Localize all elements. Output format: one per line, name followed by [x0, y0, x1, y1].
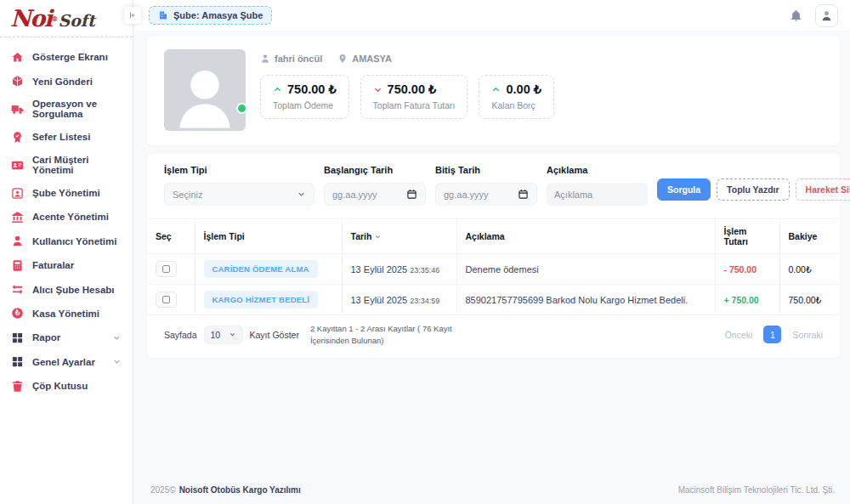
sidebar-item-yeni-gonderi[interactable]: Yeni Gönderi: [0, 69, 133, 93]
aciklama-input[interactable]: [554, 190, 640, 200]
sidebar-item-kasa-yonetimi[interactable]: ₺ Kasa Yönetimi: [0, 302, 133, 326]
user-square-icon: [11, 187, 24, 200]
transaction-balance: 0.00₺: [789, 264, 812, 275]
brand-logo[interactable]: Noi®Soft: [10, 5, 95, 31]
pagination-bar: Sayfada 10 Kayıt Göster 2 Kayıttan 1 - 2…: [147, 315, 840, 358]
transaction-type-badge[interactable]: KARGO HİZMET BEDELİ: [204, 291, 319, 309]
baslangic-tarih-input[interactable]: [332, 190, 401, 200]
sidebar-item-cop-kutusu[interactable]: Çöp Kutusu: [0, 374, 133, 398]
calendar-icon[interactable]: [406, 189, 417, 200]
sidebar-item-gosterge-ekrani[interactable]: Gösterge Ekranı: [0, 45, 133, 69]
stat-kalan-borc: 0.00 ₺ Kalan Borç: [479, 75, 553, 119]
calendar-icon[interactable]: [518, 189, 529, 200]
transfer-icon: [11, 283, 24, 296]
hareket-sil-button[interactable]: Hareket Sil: [796, 178, 850, 201]
row-checkbox[interactable]: [156, 261, 177, 277]
islem-tipi-select[interactable]: Seçiniz: [164, 183, 314, 206]
stat-value: 750.00 ₺: [388, 82, 437, 96]
trash-icon: [11, 380, 24, 393]
sidebar-item-cari-musteri-yonetimi[interactable]: Cari Müşteri Yönetimi: [0, 150, 133, 181]
sidebar-item-label: Kasa Yönetimi: [32, 309, 99, 319]
sidebar-item-faturalar[interactable]: Faturalar: [0, 253, 133, 277]
map-pin-icon: [337, 54, 348, 64]
filters-row: İşlem Tipi Seçiniz Başlangıç Tarih: [147, 154, 840, 218]
brand-logo-primary: Noi: [10, 5, 51, 31]
transaction-balance: 750.00₺: [789, 295, 822, 305]
footer-app-name[interactable]: Noisoft Otobüs Kargo Yazılımı: [179, 485, 301, 495]
footer-company: Macinsoft Bilişim Teknolojileri Tic. Ltd…: [678, 485, 835, 495]
sidebar-item-label: Kullanıcı Yönetimi: [32, 236, 116, 246]
sorgula-button[interactable]: Sorgula: [657, 178, 711, 201]
filter-label: Açıklama: [547, 165, 648, 175]
brand-logo-secondary: Soft: [58, 11, 94, 30]
table-row: KARGO HİZMET BEDELİ 13 Eylül 202523:34:5…: [147, 285, 840, 315]
home-icon: [11, 51, 24, 64]
trend-up-icon: [273, 85, 282, 94]
header-aciklama: Açıklama: [456, 219, 715, 254]
transaction-time: 23:35:46: [410, 266, 439, 275]
truck-icon: [11, 103, 24, 116]
customer-profile-card: fahri öncül AMASYA 750.00 ₺: [147, 37, 840, 145]
branch-chip[interactable]: Şube: Amasya Şube: [149, 6, 272, 25]
previous-page-button[interactable]: Önceki: [725, 330, 753, 340]
stat-label: Toplam Fatura Tutarı: [373, 100, 456, 110]
sidebar-collapse-button[interactable]: [124, 7, 141, 24]
sidebar-item-operasyon-ve-sorgulama[interactable]: Operasyon ve Sorgulama: [0, 93, 133, 125]
next-page-button[interactable]: Sonraki: [792, 330, 823, 340]
transaction-description: Deneme ödemesi: [466, 264, 539, 275]
sidebar-item-kullanici-yonetimi[interactable]: Kullanıcı Yönetimi: [0, 229, 133, 253]
sort-chevron-icon: [374, 233, 382, 241]
customer-location-item: AMASYA: [337, 54, 392, 64]
user-menu-button[interactable]: [815, 4, 838, 27]
sidebar-item-label: Alıcı Şube Hesabı: [32, 285, 115, 295]
sidebar-nav: Gösterge Ekranı Yeni Gönderi Operasyon v…: [0, 37, 133, 405]
sidebar-item-genel-ayarlar[interactable]: Genel Ayarlar: [0, 350, 133, 374]
trend-down-icon: [373, 85, 382, 94]
sidebar-item-label: Gösterge Ekranı: [32, 52, 108, 62]
header-tarih-sortable[interactable]: Tarih: [342, 219, 456, 254]
filter-bitis-tarih: Bitiş Tarih: [435, 165, 537, 206]
filter-islem-tipi: İşlem Tipi Seçiniz: [164, 165, 314, 206]
customer-location: AMASYA: [352, 54, 392, 64]
transaction-type-badge[interactable]: CARİDEN ÖDEME ALMA: [204, 260, 318, 278]
sidebar-item-label: Faturalar: [32, 260, 74, 270]
notifications-button[interactable]: [790, 9, 802, 22]
sidebar-item-acente-yonetimi[interactable]: Acente Yönetimi: [0, 205, 133, 229]
bitis-tarih-input[interactable]: [444, 190, 513, 200]
current-page-button[interactable]: 1: [763, 326, 781, 343]
footer-left: 2025©Noisoft Otobüs Kargo Yazılımı: [150, 485, 301, 495]
sidebar-item-sefer-listesi[interactable]: Sefer Listesi: [0, 125, 133, 149]
footer-year: 2025©: [150, 485, 176, 495]
filter-baslangic-tarih: Başlangıç Tarih: [324, 165, 426, 206]
sidebar-item-label: Rapor: [32, 332, 60, 343]
chevron-down-icon: [297, 190, 306, 199]
per-page-select[interactable]: 10: [204, 326, 243, 344]
toplu-yazdir-button[interactable]: Toplu Yazdır: [717, 178, 789, 201]
person-icon: [260, 54, 270, 64]
header-islem-tipi: İşlem Tipi: [195, 219, 342, 254]
sidebar-item-label: Şube Yönetimi: [32, 188, 100, 198]
sidebar-item-label: Sefer Listesi: [32, 132, 90, 142]
sidebar-item-sube-yonetimi[interactable]: Şube Yönetimi: [0, 181, 133, 205]
user-avatar-icon: [819, 8, 834, 23]
sidebar-item-label: Çöp Kutusu: [32, 381, 88, 391]
logo-area: Noi®Soft: [0, 0, 133, 37]
grid-icon: [11, 355, 24, 368]
trend-up-icon: [491, 85, 501, 94]
filter-aciklama: Açıklama: [547, 165, 648, 206]
package-icon: [11, 75, 24, 88]
transaction-date: 13 Eylül 2025: [351, 264, 408, 275]
stat-label: Kalan Borç: [491, 100, 541, 110]
filter-label: İşlem Tipi: [164, 165, 314, 175]
sidebar-item-label: Acente Yönetimi: [32, 212, 109, 222]
topbar-right: [790, 4, 838, 27]
stat-toplam-odeme: 750.00 ₺ Toplam Ödeme: [260, 75, 349, 119]
stat-toplam-fatura-tutari: 750.00 ₺ Toplam Fatura Tutarı: [360, 75, 468, 119]
transaction-amount: - 750.00: [724, 264, 757, 275]
row-checkbox[interactable]: [156, 292, 177, 308]
page-footer: 2025©Noisoft Otobüs Kargo Yazılımı Macin…: [147, 479, 840, 504]
sidebar-item-alici-sube-hesabi[interactable]: Alıcı Şube Hesabı: [0, 277, 133, 301]
pagination-info: 2 Kayıttan 1 - 2 Arası Kayıtlar ( 76 Kay…: [310, 323, 489, 347]
customer-meta-row: fahri öncül AMASYA: [260, 54, 823, 64]
sidebar-item-rapor[interactable]: Rapor: [0, 326, 133, 349]
